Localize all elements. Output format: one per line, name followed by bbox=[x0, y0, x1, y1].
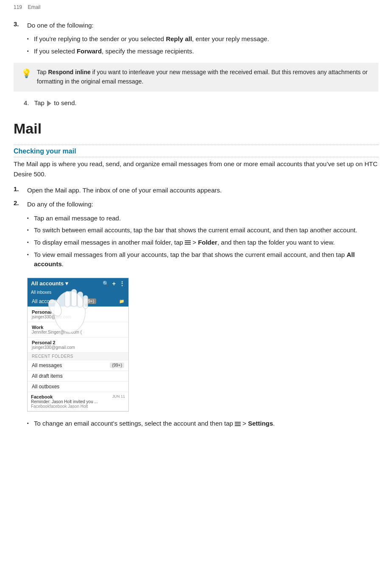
page-number: 119 bbox=[14, 4, 22, 10]
step-4: 4. Tap to send. bbox=[24, 98, 378, 108]
bullet-forward: If you selected Forward, specify the mes… bbox=[27, 47, 378, 56]
folder-all-draft[interactable]: All draft items bbox=[28, 371, 128, 382]
section-name: Email bbox=[28, 4, 40, 10]
add-icon: + bbox=[112, 280, 116, 287]
work-email: Jennifer.Singer@htc.com ( bbox=[32, 330, 82, 334]
bullet-tap-to-read: Tap an email message to read. bbox=[27, 214, 378, 223]
phone-app-header: All accounts ▾ 🔍 + ⋮ bbox=[28, 278, 128, 289]
personal2-email: jsinger330@gmail.com bbox=[32, 345, 75, 350]
mail-step-1-text: Open the Mail app. The inbox of one of y… bbox=[27, 185, 222, 195]
folder-all-messages[interactable]: All messages (99+) bbox=[28, 360, 128, 371]
phone-menu-all-accounts-label: All accounts bbox=[32, 298, 59, 304]
tip-lightbulb-icon: 💡 bbox=[21, 68, 32, 78]
step-4-text-after: to send. bbox=[54, 99, 76, 106]
bullet-forward-before: If you selected bbox=[34, 47, 77, 55]
svg-rect-1 bbox=[185, 242, 191, 243]
bullet-tap-to-read-text: Tap an email message to read. bbox=[34, 215, 121, 222]
mail-intro: The Mail app is where you read, send, an… bbox=[14, 159, 378, 179]
mail-step-1-num: 1. bbox=[14, 185, 23, 192]
work-name: Work bbox=[32, 325, 82, 330]
phone-menu-personal1[interactable]: Personal 1 jsinger330@live.com bbox=[28, 307, 128, 322]
bullet-settings: To change an email account's settings, s… bbox=[27, 419, 378, 429]
bullet-all-accounts-before: To view email messages from all your acc… bbox=[34, 251, 347, 258]
all-draft-label: All draft items bbox=[32, 373, 63, 379]
email-subject: Reminder: Jason Holt invited you ... bbox=[31, 399, 112, 404]
step-4-text-before: Tap bbox=[34, 99, 46, 106]
step-3: 3. Do one of the following: bbox=[14, 20, 378, 30]
folder-all-outboxes[interactable]: All outboxes bbox=[28, 382, 128, 392]
bullet-settings-before: To change an email account's settings, s… bbox=[34, 420, 235, 427]
bullet-display-folder: To display email messages in another mai… bbox=[27, 238, 378, 248]
settings-bold: Settings bbox=[248, 420, 273, 427]
respond-inline-bold: Respond inline bbox=[48, 69, 90, 75]
tip-text: Tap Respond inline if you want to interl… bbox=[37, 68, 371, 86]
mail-bullets-after-screenshot: To change an email account's settings, s… bbox=[27, 419, 378, 429]
svg-rect-2 bbox=[185, 244, 191, 245]
folder-icon-small: 📁 bbox=[119, 299, 124, 304]
bullet-display-folder-after: , and then tap the folder you want to vi… bbox=[217, 239, 335, 246]
bullet-reply-all-before: If you're replying to the sender or you … bbox=[34, 35, 166, 42]
forward-bold: Forward bbox=[77, 47, 102, 55]
step-3-bullets: If you're replying to the sender or you … bbox=[27, 34, 378, 56]
bullet-all-accounts-after: . bbox=[62, 260, 64, 268]
menu-icon-1 bbox=[185, 238, 191, 248]
mail-section-title: Mail bbox=[14, 120, 378, 137]
all-messages-label: All messages bbox=[32, 362, 62, 368]
main-content: 3. Do one of the following: If you're re… bbox=[0, 13, 392, 445]
work-info: Work Jennifer.Singer@htc.com ( bbox=[32, 325, 82, 334]
step-3-text: Do one of the following: bbox=[27, 20, 94, 30]
email-content: Facebook Reminder: Jason Holt invited yo… bbox=[31, 394, 112, 409]
phone-screenshot-wrapper: All accounts ▾ 🔍 + ⋮ All inboxes All acc… bbox=[14, 272, 129, 418]
bullet-reply-all-after: , enter your reply message. bbox=[192, 35, 269, 42]
mail-step-1: 1. Open the Mail app. The inbox of one o… bbox=[14, 185, 378, 195]
bullet-all-accounts: To view email messages from all your acc… bbox=[27, 250, 378, 269]
step-4-number: 4. bbox=[24, 99, 29, 106]
phone-header-title: All accounts ▾ bbox=[31, 280, 68, 287]
phone-menu-personal2[interactable]: Personal 2 jsinger330@gmail.com bbox=[28, 337, 128, 353]
email-preview: Facebookfacebook Jason Holt bbox=[31, 404, 112, 409]
phone-menu-all-accounts-badge: (99+) bbox=[82, 298, 97, 304]
tip-box: 💡 Tap Respond inline if you want to inte… bbox=[14, 63, 378, 91]
recent-folders-header: RECENT FOLDERS bbox=[28, 353, 128, 360]
page-header: 119 Email bbox=[0, 0, 392, 13]
personal1-name: Personal 1 bbox=[32, 309, 71, 315]
svg-rect-9 bbox=[235, 422, 241, 423]
personal1-info: Personal 1 jsinger330@live.com bbox=[32, 309, 71, 319]
phone-subtitle-bar: All inboxes bbox=[28, 289, 128, 296]
bullet-forward-after: , specify the message recipients. bbox=[102, 47, 194, 55]
phone-header-icons: 🔍 + ⋮ bbox=[103, 280, 125, 287]
search-icon: 🔍 bbox=[103, 281, 109, 287]
bullet-switch-accounts-text: To switch between email accounts, tap th… bbox=[34, 226, 357, 234]
checking-your-mail-heading: Checking your mail bbox=[14, 148, 378, 157]
reply-all-bold: Reply all bbox=[166, 35, 192, 42]
mail-step-2: 2. Do any of the following: bbox=[14, 199, 378, 209]
step-3-number: 3. bbox=[14, 20, 23, 28]
top-divider bbox=[14, 145, 378, 145]
svg-rect-10 bbox=[235, 424, 241, 424]
email-sender: Facebook bbox=[31, 394, 112, 399]
mail-numbered-steps: 1. Open the Mail app. The inbox of one o… bbox=[14, 185, 378, 209]
send-icon bbox=[47, 100, 51, 106]
folder-bold: Folder bbox=[198, 239, 217, 246]
email-date: JUN 11 bbox=[112, 394, 125, 399]
phone-menu-work[interactable]: Work Jennifer.Singer@htc.com ( bbox=[28, 322, 128, 337]
all-messages-badge: (99+) bbox=[110, 362, 124, 368]
phone-screenshot: All accounts ▾ 🔍 + ⋮ All inboxes All acc… bbox=[27, 278, 129, 412]
bullet-switch-accounts: To switch between email accounts, tap th… bbox=[27, 226, 378, 235]
all-outboxes-label: All outboxes bbox=[32, 384, 59, 390]
personal1-email: jsinger330@live.com bbox=[32, 315, 71, 319]
personal2-name: Personal 2 bbox=[32, 340, 75, 345]
bullet-display-folder-text: To display email messages in another mai… bbox=[34, 239, 185, 246]
menu-icon-2 bbox=[235, 419, 241, 429]
phone-header-left: All accounts ▾ bbox=[31, 280, 68, 287]
bullet-display-folder-middle: > bbox=[192, 239, 198, 246]
step-3-block: 3. Do one of the following: If you're re… bbox=[14, 20, 378, 56]
svg-rect-0 bbox=[185, 240, 191, 241]
overflow-icon: ⋮ bbox=[119, 280, 125, 287]
phone-menu-all-accounts[interactable]: All accounts (99+) 📁 bbox=[28, 296, 128, 307]
mail-step-2-text: Do any of the following: bbox=[27, 199, 93, 209]
mail-step-2-num: 2. bbox=[14, 199, 23, 206]
email-facebook-row[interactable]: Facebook Reminder: Jason Holt invited yo… bbox=[28, 392, 128, 411]
mail-bullets: Tap an email message to read. To switch … bbox=[27, 214, 378, 269]
svg-rect-11 bbox=[235, 425, 241, 426]
